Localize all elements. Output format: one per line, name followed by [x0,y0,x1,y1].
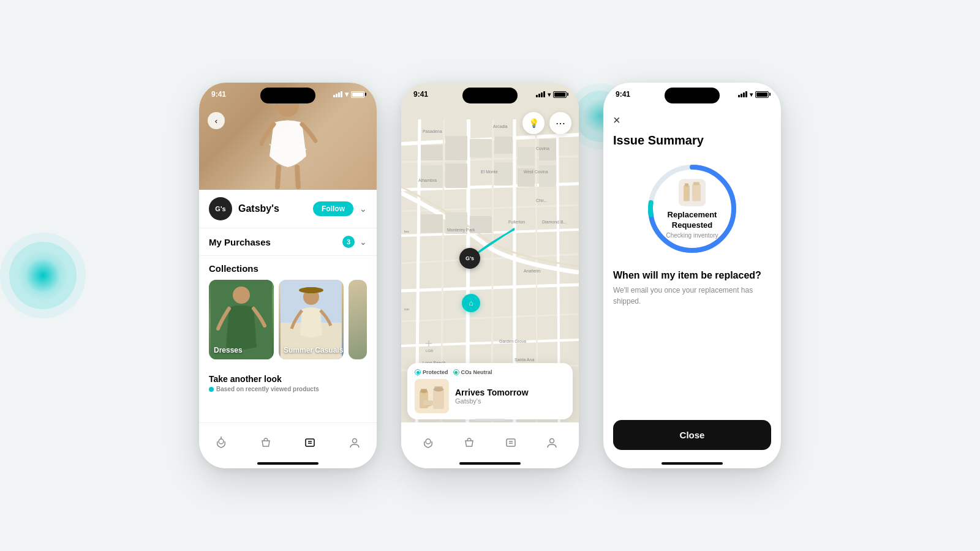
svg-rect-41 [518,147,535,165]
home-indicator-1 [257,462,318,465]
close-action-button[interactable]: Close [613,420,771,450]
store-name-card: Gatsby's [455,397,565,405]
phones-container: 9:41 ▾ ‹ [199,83,781,468]
circular-progress: Replacement Requested Checking inventory [643,160,741,258]
shop-info-chevron[interactable]: ⌄ [360,204,367,214]
packages-footer: 4 packages + ∨ [401,422,579,468]
svg-point-79 [550,438,554,443]
svg-text:ton: ton [404,307,409,311]
package-row: Arrives Tomorrow Gatsby's [415,379,565,413]
more-button[interactable]: ⋯ [549,112,571,134]
take-another-look-subtitle: Based on recently viewed products [209,386,367,392]
profile-icon-1 [349,437,361,449]
follow-button[interactable]: Follow [313,201,353,216]
status-icons-1: ▾ [333,90,364,99]
store-marker-label: G's [466,255,474,261]
issue-title: Issue Summary [613,133,771,148]
nav-list-2[interactable] [499,434,523,451]
wifi-icon-1: ▾ [345,90,349,99]
svg-rect-37 [494,162,513,186]
hero-image: 9:41 ▾ ‹ [199,83,377,190]
nav-bag-1[interactable] [254,434,278,451]
more-icon: ⋯ [556,118,566,129]
protected-badge: Protected [415,369,448,375]
status-icons-2: ▾ [536,91,567,98]
svg-rect-35 [421,165,443,188]
home-marker: ⌂ [462,294,480,312]
svg-rect-34 [494,137,513,154]
status-time-3: 9:41 [616,90,630,99]
svg-text:Fullerton: Fullerton [508,220,525,224]
nav-profile-2[interactable] [540,434,564,451]
when-replaced-desc: We'll email you once your replacement ha… [613,285,771,307]
signal-bars-1 [333,91,342,97]
store-marker: G's [459,248,480,269]
status-time-1: 9:41 [211,90,226,99]
take-another-look-title: Take another look [209,374,367,384]
svg-point-12 [352,439,356,443]
svg-text:Santa Ana: Santa Ana [514,358,534,362]
bulb-button[interactable]: 💡 [522,112,545,134]
svg-point-72 [434,388,443,392]
purchases-chevron[interactable]: ⌄ [360,237,367,247]
home-indicator-3 [662,462,723,465]
collection-dresses[interactable]: Dresses [209,280,274,359]
svg-text:Arcadia: Arcadia [493,124,508,129]
collection-summer[interactable]: Summer Casuals [279,280,344,359]
shop-info-row: G's Gatsby's Follow ⌄ [199,190,377,228]
battery-icon-1 [351,91,364,98]
nav-list-1[interactable] [298,434,322,451]
svg-rect-31 [421,145,443,160]
signal-bars-3 [738,91,747,97]
purchases-label: My Purchases [209,237,342,247]
phone-3-issue-summary: 9:41 ▾ × Issue Summary [603,83,781,468]
nav-location-2[interactable] [416,434,440,451]
collection-label-dresses: Dresses [214,346,243,354]
battery-icon-2 [553,91,567,98]
collection-more[interactable] [349,280,367,359]
collections-section: Collections Dresses [199,256,377,367]
collections-title: Collections [209,263,367,274]
svg-rect-44 [539,165,556,187]
svg-text:LGB: LGB [426,349,433,353]
svg-text:Chir...: Chir... [536,198,547,203]
svg-text:Covina: Covina [536,146,549,151]
back-button[interactable]: ‹ [208,112,225,129]
phone-1-store-profile: 9:41 ▾ ‹ [199,83,377,468]
phone3-status-bar: 9:41 ▾ [603,83,781,101]
bulb-icon: 💡 [529,118,539,128]
protected-badge-ring [415,369,421,375]
svg-text:West Covina: West Covina [524,170,548,174]
list-icon-1 [304,437,316,449]
status-time-2: 9:41 [413,90,428,99]
collections-grid: Dresses [209,280,367,359]
when-replaced-title: When will my item be replaced? [613,270,771,281]
svg-rect-86 [692,184,701,201]
nav-profile-1[interactable] [342,434,367,451]
wifi-icon-2: ▾ [548,91,551,98]
protected-label: Protected [423,369,448,375]
phone2-status-bar: 9:41 ▾ [401,83,579,101]
shop-avatar: G's [209,197,232,220]
circular-progress-container: Replacement Requested Checking inventory [613,160,771,258]
shop-name: Gatsby's [238,203,307,214]
svg-text:les: les [404,230,409,233]
svg-rect-32 [445,136,467,160]
close-x-button[interactable]: × [613,113,620,127]
product-svg [415,379,449,413]
map-action-buttons: 💡 ⋯ [522,112,571,134]
nav-location-1[interactable] [209,434,233,451]
location-icon-2 [422,437,434,449]
purchases-row[interactable]: My Purchases 3 ⌄ [199,228,377,256]
battery-icon-3 [755,91,769,98]
dynamic-island-2 [462,88,518,103]
co2-badge-ring [453,369,459,375]
svg-text:Anaheim: Anaheim [524,269,541,273]
purchases-badge: 3 [342,236,355,248]
svg-rect-76 [507,439,515,446]
nav-bag-2[interactable] [457,434,481,451]
svg-point-75 [426,439,431,444]
co2-badge: CO₂ Neutral [453,369,492,375]
product-thumbnail [679,179,706,206]
package-info-text: Arrives Tomorrow Gatsby's [455,388,565,405]
